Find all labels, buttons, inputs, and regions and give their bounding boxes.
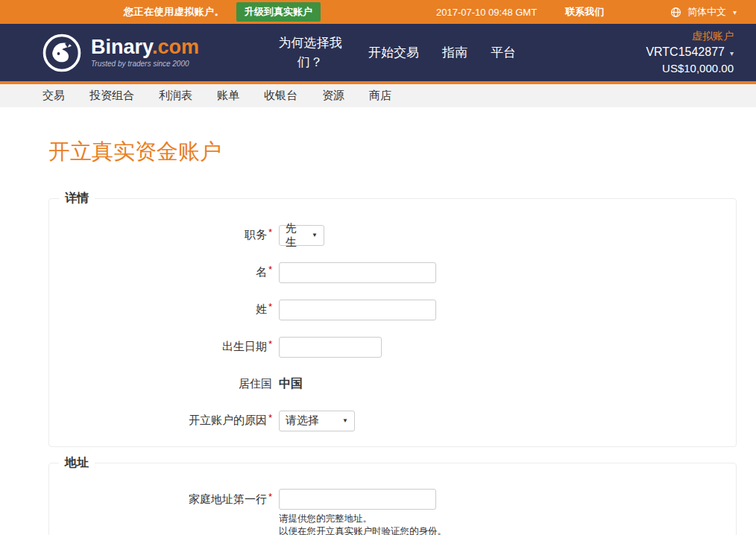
date-of-birth-input[interactable] (279, 337, 382, 358)
label-text: 家庭地址第一行 (189, 493, 267, 505)
select-value: 请选择 (286, 414, 319, 428)
residence-country-value: 中国 (279, 373, 303, 394)
address-help-line2: 以便在您开立真实账户时验证您的身份。 (279, 525, 447, 535)
page-title: 开立真实资金账户 (48, 137, 737, 167)
select-value: 先生 (286, 221, 306, 250)
details-section: 详情 职务* 先生 ▼ 名* 姓* 出生日期* 居住国 中国 开立账户的原因* (48, 191, 737, 447)
bull-logo-icon (42, 34, 81, 72)
chevron-down-icon: ▼ (312, 232, 318, 238)
subnav-item-shop[interactable]: 商店 (369, 89, 391, 103)
required-marker: * (268, 227, 272, 238)
address-section: 地址 家庭地址第一行* 请提供您的完整地址。 以便在您开立真实账户时验证您的身份… (48, 455, 737, 535)
account-dropdown[interactable]: 虚拟账户 VRTC1542877▾ US$10,000.00 (646, 29, 734, 76)
label-text: 开立账户的原因 (189, 414, 267, 426)
secondary-navigation: 交易 投资组合 利润表 账单 收银台 资源 商店 (0, 84, 756, 107)
binary-logo[interactable]: Binary.com Trusted by traders since 2000 (42, 34, 199, 72)
address-line1-control: 请提供您的完整地址。 以便在您开立真实账户时验证您的身份。 (279, 489, 447, 535)
date-of-birth-label: 出生日期* (49, 336, 279, 358)
chevron-down-icon: ▾ (730, 49, 734, 57)
address-help-text: 请提供您的完整地址。 以便在您开立真实账户时验证您的身份。 (279, 513, 447, 535)
globe-icon (670, 7, 681, 18)
account-id-row: VRTC1542877▾ (646, 44, 734, 60)
required-marker: * (268, 412, 272, 423)
details-legend: 详情 (59, 191, 95, 206)
salutation-label: 职务* (49, 224, 279, 246)
required-marker: * (268, 491, 272, 502)
residence-country-row: 居住国 中国 (49, 373, 736, 394)
brand-tld: .com (152, 36, 199, 58)
subnav-item-statement[interactable]: 账单 (217, 89, 239, 103)
account-reason-select[interactable]: 请选择 ▼ (279, 411, 355, 431)
first-name-row: 名* (49, 262, 736, 283)
main-header: Binary.com Trusted by traders since 2000… (0, 24, 756, 84)
subnav-item-profit-table[interactable]: 利润表 (159, 89, 192, 103)
account-reason-label: 开立账户的原因* (49, 410, 279, 431)
chevron-down-icon: ▼ (342, 417, 348, 424)
residence-country-label: 居住国 (49, 373, 279, 394)
nav-item-guide[interactable]: 指南 (442, 44, 467, 61)
label-text: 姓 (256, 303, 267, 315)
label-text: 出生日期 (222, 340, 267, 352)
upgrade-to-real-account-button[interactable]: 升级到真实账户 (236, 2, 321, 22)
label-text: 职务 (245, 228, 267, 241)
required-marker: * (268, 301, 272, 312)
language-selector[interactable]: 简体中文 ▾ (670, 5, 737, 19)
brand-text: Binary.com Trusted by traders since 2000 (91, 37, 199, 68)
primary-navigation: 为何选择我们？ 开始交易 指南 平台 (275, 34, 516, 72)
nav-item-platforms[interactable]: 平台 (491, 44, 516, 61)
subnav-item-trade[interactable]: 交易 (42, 89, 65, 103)
address-line1-input[interactable] (279, 489, 436, 510)
top-notification-bar: 您正在使用虚拟账户。 升级到真实账户 2017-07-10 09:48 GMT … (0, 0, 756, 24)
nav-item-why-choose-us[interactable]: 为何选择我们？ (275, 34, 345, 72)
brand-name: Binary.com (91, 37, 199, 57)
address-legend: 地址 (59, 455, 95, 471)
required-marker: * (268, 264, 272, 275)
virtual-account-notice: 您正在使用虚拟账户。 (124, 5, 224, 19)
chevron-down-icon: ▾ (733, 8, 737, 16)
first-name-input[interactable] (279, 262, 436, 283)
label-text: 名 (256, 265, 267, 278)
subnav-item-cashier[interactable]: 收银台 (264, 89, 297, 103)
main-content: 开立真实资金账户 详情 职务* 先生 ▼ 名* 姓* 出生日期* 居住国 中国 (0, 137, 756, 535)
first-name-label: 名* (49, 262, 279, 283)
nav-item-start-trading[interactable]: 开始交易 (368, 44, 419, 61)
subnav-item-portfolio[interactable]: 投资组合 (89, 89, 134, 103)
address-line1-row: 家庭地址第一行* 请提供您的完整地址。 以便在您开立真实账户时验证您的身份。 (49, 489, 736, 535)
date-of-birth-row: 出生日期* (49, 336, 736, 358)
brand-tagline: Trusted by traders since 2000 (91, 60, 199, 68)
required-marker: * (268, 338, 272, 349)
salutation-select[interactable]: 先生 ▼ (279, 225, 324, 246)
brand-word: Binary (91, 36, 152, 58)
last-name-input[interactable] (279, 300, 436, 320)
account-type-label: 虚拟账户 (646, 29, 734, 44)
salutation-row: 职务* 先生 ▼ (49, 224, 736, 246)
last-name-row: 姓* (49, 299, 736, 320)
address-line1-label: 家庭地址第一行* (49, 489, 279, 510)
account-reason-row: 开立账户的原因* 请选择 ▼ (49, 410, 736, 431)
account-balance: US$10,000.00 (646, 60, 734, 76)
address-help-line1: 请提供您的完整地址。 (279, 513, 447, 525)
subnav-item-resources[interactable]: 资源 (322, 89, 344, 103)
last-name-label: 姓* (49, 299, 279, 320)
gmt-datetime-text: 2017-07-10 09:48 GMT (436, 7, 537, 18)
account-id: VRTC1542877 (646, 45, 725, 58)
language-label: 简体中文 (687, 5, 726, 19)
contact-us-link[interactable]: 联系我们 (565, 5, 604, 19)
label-text: 居住国 (239, 377, 272, 390)
